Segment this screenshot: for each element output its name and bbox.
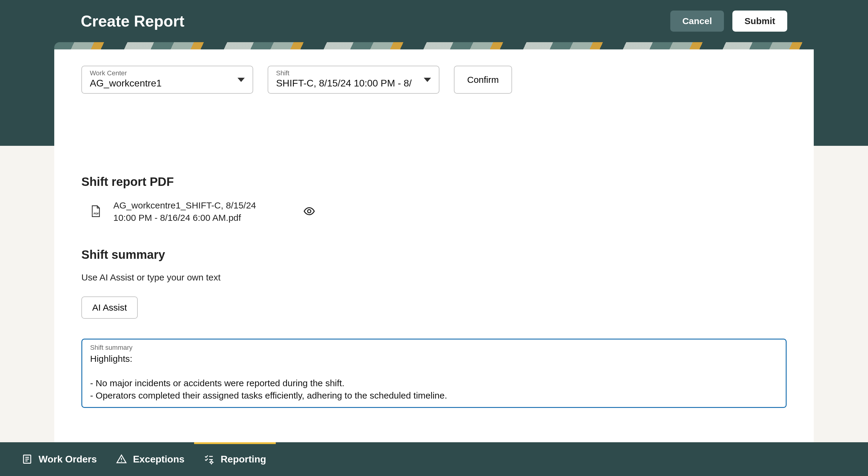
shift-select[interactable]: Shift SHIFT-C, 8/15/24 10:00 PM - 8/ [268,66,439,94]
nav-label: Reporting [221,454,266,465]
shift-summary-textarea[interactable]: Highlights: - No major incidents or acci… [90,353,778,402]
svg-point-1 [308,210,311,213]
work-center-value: AG_workcentre1 [90,78,245,89]
decorative-banner [54,42,814,50]
shift-report-pdf-heading: Shift report PDF [82,175,786,189]
svg-point-7 [121,461,122,462]
cancel-button[interactable]: Cancel [670,10,724,32]
svg-text:PDF: PDF [94,212,99,215]
nav-label: Work Orders [38,454,97,465]
checklist-gear-icon [204,454,215,465]
work-center-select[interactable]: Work Center AG_workcentre1 [82,66,253,94]
shift-summary-hint: Use AI Assist or type your own text [82,272,786,283]
shift-label: Shift [276,69,431,77]
nav-work-orders[interactable]: Work Orders [12,442,106,476]
pdf-file-icon: PDF [90,205,101,219]
confirm-button[interactable]: Confirm [454,66,512,94]
shift-summary-heading: Shift summary [82,248,786,261]
nav-exceptions[interactable]: Exceptions [106,442,194,476]
report-card: Work Center AG_workcentre1 Shift SHIFT-C… [54,50,814,450]
chevron-down-icon [238,78,245,82]
shift-summary-textarea-wrap[interactable]: Shift summary Highlights: - No major inc… [82,339,786,408]
bottom-nav: Work Orders Exceptions [0,442,868,476]
shift-summary-textarea-label: Shift summary [90,344,778,352]
ai-assist-button[interactable]: AI Assist [82,296,138,319]
page-title: Create Report [81,12,184,30]
submit-button[interactable]: Submit [733,10,787,32]
work-center-label: Work Center [90,69,245,77]
nav-reporting[interactable]: Reporting [194,442,276,476]
nav-label: Exceptions [133,454,184,465]
shift-value: SHIFT-C, 8/15/24 10:00 PM - 8/ [276,78,431,89]
warning-triangle-icon [116,454,127,465]
chevron-down-icon [424,78,431,82]
preview-eye-icon[interactable] [303,205,315,218]
svg-point-10 [210,461,213,463]
pdf-filename: AG_workcentre1_SHIFT-C, 8/15/24 10:00 PM… [113,199,270,224]
document-list-icon [22,454,33,465]
